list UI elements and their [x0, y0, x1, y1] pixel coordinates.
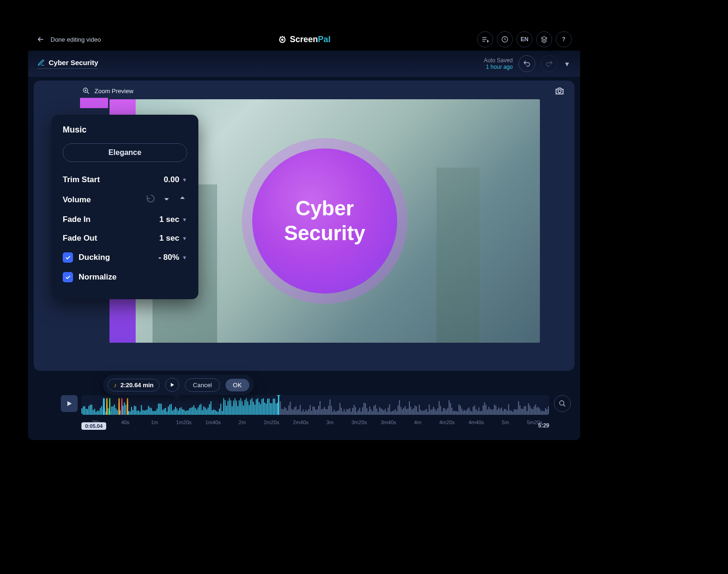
svg-rect-322 — [531, 408, 532, 415]
svg-rect-115 — [237, 406, 238, 415]
normalize-checkbox[interactable] — [63, 272, 73, 282]
preview-play-button[interactable] — [165, 378, 179, 392]
svg-point-4 — [558, 90, 561, 93]
volume-down-icon[interactable] — [162, 194, 171, 206]
svg-rect-12 — [91, 405, 92, 415]
svg-rect-296 — [494, 405, 495, 415]
time-tick: 4m — [403, 419, 433, 431]
playlist-button[interactable] — [477, 31, 493, 47]
svg-rect-11 — [90, 405, 91, 415]
timeline-zoom-button[interactable] — [554, 395, 571, 412]
svg-rect-271 — [459, 405, 459, 415]
svg-rect-61 — [161, 404, 162, 415]
svg-rect-265 — [450, 403, 451, 415]
more-dropdown[interactable]: ▾ — [563, 58, 571, 70]
svg-rect-323 — [532, 409, 533, 415]
svg-rect-292 — [488, 407, 489, 415]
svg-rect-304 — [505, 409, 506, 415]
project-title[interactable]: Cyber Security — [37, 59, 98, 69]
timeline-play-button[interactable] — [61, 395, 78, 412]
clip-header[interactable] — [80, 98, 108, 108]
redo-button[interactable] — [541, 55, 558, 72]
svg-rect-110 — [230, 400, 231, 415]
svg-rect-299 — [498, 407, 499, 415]
svg-rect-270 — [457, 412, 458, 415]
svg-rect-240 — [415, 405, 415, 415]
svg-rect-82 — [190, 408, 191, 415]
layers-button[interactable] — [536, 31, 552, 47]
svg-rect-268 — [454, 411, 455, 415]
trim-start-dropdown[interactable]: 0.00▼ — [164, 175, 187, 184]
ducking-dropdown[interactable]: - 80%▼ — [159, 253, 187, 262]
zoom-preview-label[interactable]: Zoom Preview — [95, 88, 133, 95]
svg-rect-287 — [481, 411, 482, 415]
music-duration-chip[interactable]: ♪ 2:20.64 min — [108, 379, 160, 391]
svg-rect-216 — [380, 408, 381, 415]
track-select-button[interactable]: Elegance — [63, 143, 187, 162]
svg-rect-111 — [232, 406, 233, 415]
help-button[interactable]: ? — [556, 31, 572, 47]
back-button[interactable]: Done editing video — [36, 35, 101, 44]
ducking-checkbox[interactable] — [63, 252, 73, 263]
svg-rect-276 — [466, 411, 466, 415]
svg-rect-130 — [259, 402, 260, 415]
svg-rect-300 — [500, 409, 501, 415]
svg-rect-128 — [256, 399, 257, 415]
svg-rect-168 — [313, 406, 313, 415]
svg-rect-192 — [347, 409, 348, 415]
svg-rect-333 — [546, 409, 547, 415]
svg-rect-180 — [329, 399, 330, 415]
svg-rect-162 — [304, 412, 305, 415]
svg-rect-70 — [174, 409, 175, 415]
waveform-track[interactable] — [81, 395, 549, 415]
time-tick: 4m20s — [432, 419, 462, 431]
time-tick: 3m40s — [374, 419, 403, 431]
svg-rect-250 — [429, 405, 430, 415]
svg-rect-88 — [199, 405, 200, 415]
svg-rect-81 — [189, 408, 190, 415]
svg-rect-320 — [528, 404, 529, 415]
history-button[interactable] — [497, 31, 513, 47]
volume-reset-icon[interactable] — [146, 194, 155, 206]
volume-up-icon[interactable] — [178, 194, 187, 206]
fade-in-dropdown[interactable]: 1 sec▼ — [160, 215, 187, 224]
autosave-status: Auto Saved 1 hour ago — [484, 57, 513, 70]
svg-rect-129 — [257, 398, 258, 415]
normalize-row: Normalize — [63, 267, 187, 287]
svg-rect-256 — [437, 408, 438, 415]
svg-rect-177 — [325, 409, 326, 415]
svg-rect-261 — [444, 408, 445, 415]
music-note-icon: ♪ — [114, 382, 117, 389]
svg-rect-222 — [389, 405, 390, 415]
svg-rect-247 — [424, 410, 425, 415]
language-button[interactable]: EN — [517, 31, 532, 47]
svg-rect-235 — [408, 409, 408, 415]
svg-rect-5 — [81, 408, 82, 415]
svg-rect-122 — [248, 401, 248, 415]
svg-rect-258 — [440, 406, 441, 415]
svg-rect-66 — [168, 406, 169, 415]
zoom-icon[interactable] — [82, 87, 90, 95]
ok-button[interactable]: OK — [226, 379, 249, 391]
music-panel: Music Elegance Trim Start 0.00▼ Volume F… — [51, 115, 198, 299]
svg-rect-196 — [352, 408, 353, 415]
time-tick: 1m20s — [169, 419, 199, 431]
playlist-icon — [481, 36, 489, 43]
undo-button[interactable] — [518, 55, 535, 72]
svg-rect-227 — [396, 411, 397, 415]
playhead[interactable] — [278, 395, 279, 415]
timeline: 20s40s1m1m20s1m40s2m2m20s2m40s3m3m20s3m4… — [61, 393, 571, 431]
cancel-button[interactable]: Cancel — [185, 378, 219, 392]
svg-rect-179 — [328, 406, 329, 415]
svg-rect-125 — [252, 398, 253, 415]
svg-rect-59 — [158, 404, 159, 415]
svg-rect-51 — [146, 410, 147, 415]
svg-rect-102 — [219, 409, 220, 415]
fade-out-dropdown[interactable]: 1 sec▼ — [160, 234, 187, 243]
snapshot-button[interactable] — [555, 86, 564, 97]
svg-rect-252 — [431, 409, 432, 415]
brand-icon — [277, 35, 287, 44]
svg-rect-76 — [182, 409, 183, 415]
svg-rect-126 — [253, 402, 254, 415]
svg-rect-195 — [351, 412, 352, 415]
